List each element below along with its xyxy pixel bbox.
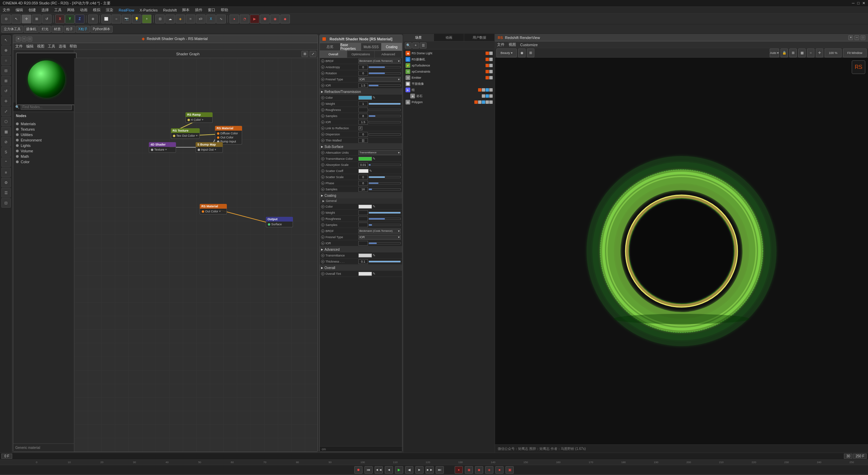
coating-color-icon[interactable]: ● (321, 205, 324, 208)
atten-units-icon[interactable]: ● (321, 151, 324, 154)
left-icon-8[interactable]: ⤢ (1, 107, 11, 116)
transmit-color-icon[interactable]: ● (321, 157, 324, 160)
rv-menu-file[interactable]: 文件 (497, 42, 505, 47)
scatter-scale-icon[interactable]: ● (321, 175, 324, 179)
light-tag[interactable]: 灯光 (39, 26, 51, 33)
render-settings-btn[interactable]: ● (230, 15, 239, 23)
scatter-coeff-pick[interactable]: ✎ (369, 169, 372, 173)
advanced-section-header[interactable]: ▶ Advanced (320, 246, 402, 252)
deformer-btn[interactable]: ⌗ (186, 15, 195, 23)
absorp-scale-icon[interactable]: ● (321, 163, 324, 167)
rv-grid-btn[interactable]: ⊞ (789, 49, 797, 57)
coating-weight-icon[interactable]: ● (321, 211, 324, 214)
rs-tab-multisss[interactable]: Multi-SSS (361, 43, 382, 51)
tree-item-lights[interactable]: Lights (13, 143, 74, 148)
tl-end-frame[interactable]: 250 F (853, 454, 867, 459)
minimize-btn[interactable]: ─ (852, 1, 855, 5)
menu-redshift[interactable]: Redshift (163, 8, 177, 12)
coating-weight-input[interactable]: 1 (358, 210, 368, 215)
tl-rs-btn3[interactable]: ◆ (475, 466, 483, 474)
scene-item-rs-camera[interactable]: ◫ RS摄像机 (403, 56, 495, 62)
refr-samples-icon[interactable]: ● (321, 114, 324, 118)
rv-menu-view[interactable]: 视图 (509, 42, 516, 47)
toolbar-move-btn[interactable]: ✛ (22, 15, 31, 23)
rs-tab-overall[interactable]: 总览 (320, 43, 340, 51)
ior-slider[interactable] (369, 84, 401, 87)
absorp-scale-slider[interactable] (369, 164, 401, 166)
scene-item-polygon[interactable]: ▦ Polygon (403, 99, 495, 105)
node-output[interactable]: Output Surface (266, 217, 293, 227)
rotation-input[interactable] (358, 71, 368, 76)
anisotropy-slider[interactable] (369, 66, 401, 68)
menu-window[interactable]: 窗口 (208, 7, 215, 13)
menu-script[interactable]: 脚本 (182, 7, 190, 13)
left-icon-17[interactable]: ⊡ (1, 198, 11, 208)
scene-item-dome-light[interactable]: ◉ RS Dome Light (403, 50, 495, 56)
brdf-icon[interactable]: ● (321, 59, 324, 63)
tree-item-environment[interactable]: Environment (13, 137, 74, 143)
node-4d-shader[interactable]: 4D Shader Texture + (149, 142, 176, 153)
rs-subtab-advanced[interactable]: Advanced (375, 51, 402, 58)
axis-y-btn[interactable]: Y (65, 15, 75, 23)
menu-simulate[interactable]: 模拟 (93, 7, 100, 13)
toolbar-select-btn[interactable]: ↖ (12, 15, 21, 23)
dispersion-input[interactable] (358, 132, 368, 137)
subsurface-header[interactable]: ▶ Sub-Surface (320, 144, 402, 150)
sg-menu-help[interactable]: 帮助 (70, 44, 77, 49)
tl-prev-key-btn[interactable]: ◄◄ (375, 466, 383, 474)
graph-fit-btn[interactable]: ⊞ (301, 51, 308, 57)
axis-z-btn[interactable]: Z (75, 15, 84, 23)
anisotropy-icon[interactable]: ● (321, 65, 324, 69)
refr-weight-icon[interactable]: ● (321, 102, 324, 106)
absorp-scale-input[interactable] (358, 163, 368, 167)
menu-xparticles[interactable]: X-Particles (140, 8, 158, 12)
rs-render-btn[interactable]: ⬟ (260, 15, 270, 23)
refraction-section-header[interactable]: ▶ Refraction/Transmission (320, 89, 402, 95)
adv-thick-slider[interactable] (369, 261, 401, 263)
rv-arrows-btn[interactable]: ✛ (816, 49, 823, 57)
overall-tint-swatch[interactable] (358, 272, 372, 276)
left-icon-3[interactable]: ○ (1, 56, 11, 65)
tree-item-math[interactable]: Math (13, 154, 74, 159)
tag-btn[interactable]: 🏷 (196, 15, 205, 23)
scene-item-xpconstraints[interactable]: ⚙ xpConstraints (403, 69, 495, 75)
cube-btn[interactable]: ⬜ (101, 15, 111, 23)
menu-plugin[interactable]: 插件 (195, 7, 202, 13)
ior-input[interactable] (358, 83, 368, 88)
win-min-btn[interactable]: ─ (22, 37, 26, 41)
scene-tb-2[interactable]: + (412, 42, 419, 49)
tl-next-key-btn[interactable]: ►► (426, 466, 434, 474)
add-btn[interactable]: + (142, 15, 152, 23)
menu-select[interactable]: 选择 (41, 7, 49, 13)
tl-frame-rate[interactable]: 30 (844, 454, 852, 459)
coating-brdf-dropdown[interactable]: Beckmann (Cook-Torrance)▾ (358, 229, 401, 233)
fresnel-type-value[interactable]: IOR▾ (358, 77, 401, 82)
coating-ior-slider[interactable] (369, 242, 401, 244)
rv-canvas[interactable]: RS (495, 58, 868, 444)
tree-item-volume[interactable]: Volume (13, 148, 74, 154)
menu-animate[interactable]: 动画 (80, 7, 87, 13)
floor-btn[interactable]: ⊟ (155, 15, 165, 23)
scene-tb-3[interactable]: ☰ (420, 42, 427, 49)
scatter-scale-input[interactable] (358, 175, 368, 179)
link-refl-check[interactable]: ✓ (358, 126, 362, 130)
xp-tag[interactable]: X粒子 (76, 26, 90, 33)
hair-btn[interactable]: ∿ (216, 15, 226, 23)
node-rs-texture[interactable]: RS Texture Tex Out Color + (171, 128, 200, 139)
material-btn[interactable]: ◈ (176, 15, 185, 23)
tl-play-rev-btn[interactable]: ◀ (405, 466, 413, 474)
scatter-coeff-icon[interactable]: ● (321, 169, 324, 173)
node-s-bump-map[interactable]: S Bump Map Input Out + (196, 142, 223, 153)
xparticle-btn[interactable]: X (206, 15, 216, 23)
rv-lock-btn[interactable]: 🔒 (781, 49, 788, 57)
refr-ior-input[interactable] (358, 120, 368, 125)
tree-item-textures[interactable]: Textures (13, 127, 74, 132)
tl-record-btn[interactable]: ⏺ (354, 466, 362, 474)
graph-expand-btn[interactable]: ⤢ (310, 51, 316, 57)
refr-ior-slider[interactable] (369, 121, 401, 123)
tl-goto-end-btn[interactable]: ⏭ (436, 466, 444, 474)
sss-samples-slider[interactable] (369, 188, 401, 190)
coating-section-header[interactable]: ▶ Coating (320, 192, 402, 198)
rv-min-btn[interactable]: ─ (854, 35, 859, 40)
node-rs-material-main[interactable]: RS Material Diffuse Color Out Color (215, 126, 242, 145)
